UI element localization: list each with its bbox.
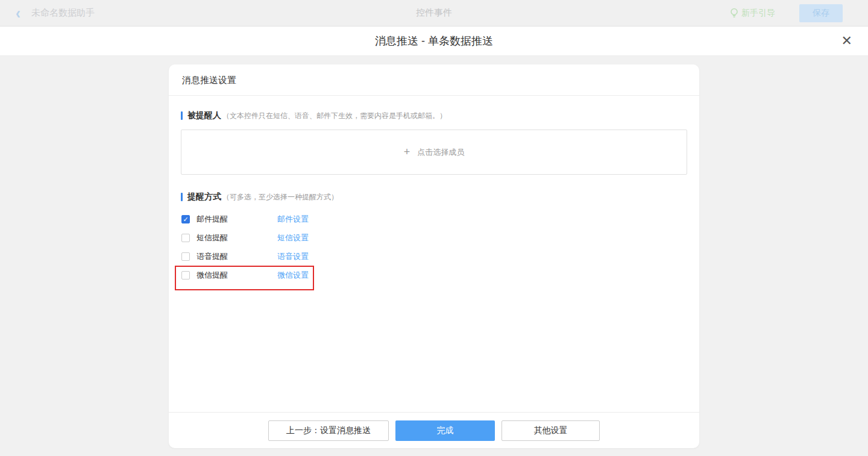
reminder-row-voice: 语音提醒 语音设置 <box>181 247 687 266</box>
email-reminder-checkbox[interactable]: ✓ <box>181 215 190 223</box>
email-reminder-label: 邮件提醒 <box>197 214 277 225</box>
top-bar: ‹ 未命名数据助手 控件事件 新手引导 保存 <box>0 0 868 27</box>
voice-reminder-label: 语音提醒 <box>197 251 277 262</box>
recipients-hint: （文本控件只在短信、语音、邮件下生效，需要内容是手机或邮箱。） <box>222 111 447 121</box>
sms-reminder-label: 短信提醒 <box>197 233 277 243</box>
lightbulb-icon <box>730 8 738 19</box>
sms-reminder-checkbox[interactable] <box>181 234 190 242</box>
previous-step-button[interactable]: 上一步：设置消息推送 <box>268 420 389 441</box>
modal-body-background: 消息推送设置 被提醒人 （文本控件只在短信、语音、邮件下生效，需要内容是手机或邮… <box>0 64 868 456</box>
email-settings-link[interactable]: 邮件设置 <box>277 214 309 225</box>
save-button[interactable]: 保存 <box>799 4 843 22</box>
recipients-section-title: 被提醒人 （文本控件只在短信、语音、邮件下生效，需要内容是手机或邮箱。） <box>181 110 687 121</box>
done-button[interactable]: 完成 <box>395 420 495 441</box>
voice-settings-link[interactable]: 语音设置 <box>277 251 309 262</box>
reminder-rows: ✓ 邮件提醒 邮件设置 短信提醒 短信设置 语音提醒 语音设置 <box>181 210 687 284</box>
wechat-reminder-checkbox[interactable] <box>181 271 190 280</box>
modal-header: 消息推送 - 单条数据推送 ✕ <box>0 27 868 56</box>
wechat-settings-link[interactable]: 微信设置 <box>277 270 309 281</box>
beginner-guide-button[interactable]: 新手引导 <box>730 8 775 19</box>
message-push-settings-card: 消息推送设置 被提醒人 （文本控件只在短信、语音、邮件下生效，需要内容是手机或邮… <box>169 64 699 448</box>
wechat-reminder-label: 微信提醒 <box>197 270 277 281</box>
back-button[interactable]: ‹ 未命名数据助手 <box>0 7 95 19</box>
plus-icon: + <box>404 146 410 158</box>
reminder-row-sms: 短信提醒 短信设置 <box>181 228 687 247</box>
select-member-box[interactable]: + 点击选择成员 <box>181 130 687 175</box>
reminder-row-wechat: 微信提醒 微信设置 <box>181 266 687 284</box>
back-chevron-icon: ‹ <box>16 6 20 20</box>
close-icon[interactable]: ✕ <box>841 34 852 48</box>
reminder-label: 提醒方式 <box>187 192 221 202</box>
card-title: 消息推送设置 <box>169 64 699 96</box>
sms-settings-link[interactable]: 短信设置 <box>277 233 309 243</box>
recipients-label: 被提醒人 <box>187 110 221 121</box>
section-accent-bar <box>181 193 183 201</box>
reminder-hint: （可多选，至少选择一种提醒方式） <box>222 192 338 202</box>
beginner-guide-label: 新手引导 <box>741 8 775 19</box>
modal-title: 消息推送 - 单条数据推送 <box>375 34 493 48</box>
other-settings-button[interactable]: 其他设置 <box>502 420 600 441</box>
voice-reminder-checkbox[interactable] <box>181 252 190 261</box>
reminder-row-email: ✓ 邮件提醒 邮件设置 <box>181 210 687 228</box>
section-accent-bar <box>181 111 183 120</box>
document-title: 未命名数据助手 <box>31 7 95 19</box>
select-member-label: 点击选择成员 <box>417 147 464 158</box>
card-footer: 上一步：设置消息推送 完成 其他设置 <box>169 412 699 448</box>
reminder-section-title: 提醒方式 （可多选，至少选择一种提醒方式） <box>181 192 687 202</box>
